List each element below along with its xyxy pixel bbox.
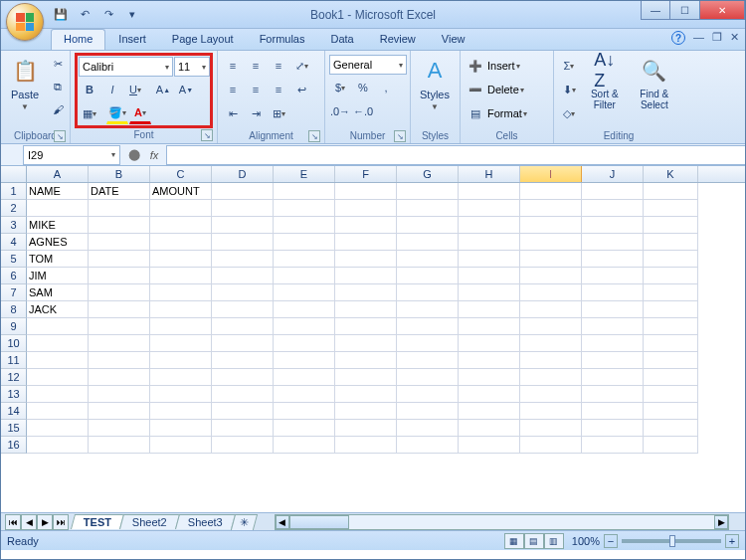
cell[interactable] <box>335 301 397 318</box>
cell[interactable] <box>520 251 582 268</box>
row-header[interactable]: 15 <box>1 420 27 437</box>
cell[interactable] <box>274 268 335 284</box>
cell[interactable] <box>335 284 397 301</box>
paste-button[interactable]: 📋 Paste ▼ <box>5 53 45 113</box>
cell[interactable] <box>274 437 335 454</box>
cell[interactable] <box>274 352 335 369</box>
cell[interactable] <box>27 369 89 386</box>
zoom-out-button[interactable]: − <box>604 534 618 548</box>
row-header[interactable]: 8 <box>1 301 27 318</box>
cell[interactable] <box>150 251 212 268</box>
cell[interactable] <box>520 386 582 403</box>
cell[interactable] <box>150 301 212 318</box>
shrink-font-button[interactable]: A▼ <box>175 79 197 100</box>
cell[interactable] <box>274 217 335 234</box>
cell[interactable] <box>459 386 520 403</box>
col-header-h[interactable]: H <box>459 166 520 182</box>
cell[interactable] <box>644 352 698 369</box>
cell[interactable] <box>150 437 212 454</box>
scroll-left-button[interactable]: ◀ <box>276 515 289 529</box>
font-color-button[interactable]: A▾ <box>129 102 151 124</box>
cell[interactable] <box>274 420 335 437</box>
cell[interactable] <box>520 318 582 335</box>
cell[interactable] <box>212 301 274 318</box>
number-launcher-icon[interactable]: ↘ <box>394 130 406 142</box>
cell[interactable] <box>27 437 89 454</box>
tab-view[interactable]: View <box>429 29 478 50</box>
cell[interactable] <box>27 386 89 403</box>
cell[interactable] <box>644 369 698 386</box>
close-workbook-icon[interactable]: ✕ <box>730 31 739 45</box>
col-header-e[interactable]: E <box>274 166 335 182</box>
cell[interactable] <box>397 301 459 318</box>
delete-cells-button[interactable]: ➖Delete▾ <box>465 79 524 100</box>
cell[interactable] <box>520 369 582 386</box>
cell[interactable] <box>335 369 397 386</box>
restore-window-icon[interactable]: ❐ <box>712 31 722 45</box>
cell[interactable] <box>212 251 274 268</box>
cell[interactable] <box>27 200 89 217</box>
cell[interactable]: NAME <box>27 183 89 200</box>
cell[interactable] <box>644 268 698 284</box>
cell[interactable] <box>459 217 520 234</box>
cell[interactable]: AMOUNT <box>150 183 212 200</box>
cell[interactable] <box>582 200 644 217</box>
cell[interactable] <box>212 318 274 335</box>
cell[interactable] <box>274 369 335 386</box>
cell[interactable] <box>89 268 150 284</box>
cell[interactable]: DATE <box>89 183 150 200</box>
cell[interactable] <box>397 352 459 369</box>
cell[interactable] <box>582 420 644 437</box>
cell[interactable] <box>150 386 212 403</box>
tab-insert[interactable]: Insert <box>105 29 159 50</box>
col-header-j[interactable]: J <box>582 166 644 182</box>
worksheet-grid[interactable]: A B C D E F G H I J K 1NAMEDATEAMOUNT23M… <box>1 166 745 512</box>
row-header[interactable]: 1 <box>1 183 27 200</box>
cell[interactable] <box>212 234 274 251</box>
scroll-thumb[interactable] <box>289 515 349 529</box>
cell[interactable] <box>335 217 397 234</box>
cell[interactable] <box>582 352 644 369</box>
cell[interactable] <box>644 200 698 217</box>
cell[interactable] <box>335 420 397 437</box>
cell[interactable] <box>150 403 212 420</box>
cell[interactable] <box>520 301 582 318</box>
cell[interactable] <box>644 403 698 420</box>
sheet-nav-first[interactable]: ⏮ <box>5 514 21 530</box>
cell[interactable] <box>212 403 274 420</box>
cell[interactable] <box>89 437 150 454</box>
fill-color-button[interactable]: 🪣▾ <box>106 102 128 124</box>
row-header[interactable]: 10 <box>1 335 27 352</box>
tab-page-layout[interactable]: Page Layout <box>159 29 247 50</box>
cell[interactable] <box>397 217 459 234</box>
cell[interactable] <box>397 284 459 301</box>
cell[interactable] <box>520 234 582 251</box>
row-header[interactable]: 2 <box>1 200 27 217</box>
row-header[interactable]: 16 <box>1 437 27 454</box>
close-button[interactable]: ✕ <box>700 1 745 20</box>
cell[interactable] <box>582 335 644 352</box>
cell[interactable] <box>212 352 274 369</box>
cell[interactable] <box>335 183 397 200</box>
zoom-in-button[interactable]: + <box>725 534 739 548</box>
cell[interactable] <box>89 318 150 335</box>
tab-review[interactable]: Review <box>367 29 429 50</box>
cell[interactable] <box>459 200 520 217</box>
format-cells-button[interactable]: ▤Format▾ <box>465 102 527 124</box>
row-header[interactable]: 14 <box>1 403 27 420</box>
cell[interactable] <box>274 200 335 217</box>
cell[interactable] <box>274 335 335 352</box>
cell[interactable] <box>274 251 335 268</box>
sheet-tab-sheet2[interactable]: Sheet2 <box>119 514 180 529</box>
cell[interactable] <box>459 234 520 251</box>
cell[interactable] <box>582 403 644 420</box>
cell[interactable] <box>582 183 644 200</box>
cell[interactable] <box>520 420 582 437</box>
col-header-c[interactable]: C <box>150 166 212 182</box>
cell[interactable] <box>520 284 582 301</box>
cell[interactable]: SAM <box>27 284 89 301</box>
col-header-g[interactable]: G <box>397 166 459 182</box>
cell[interactable] <box>335 268 397 284</box>
fill-button[interactable]: ⬇▾ <box>558 79 580 100</box>
cell[interactable] <box>212 437 274 454</box>
